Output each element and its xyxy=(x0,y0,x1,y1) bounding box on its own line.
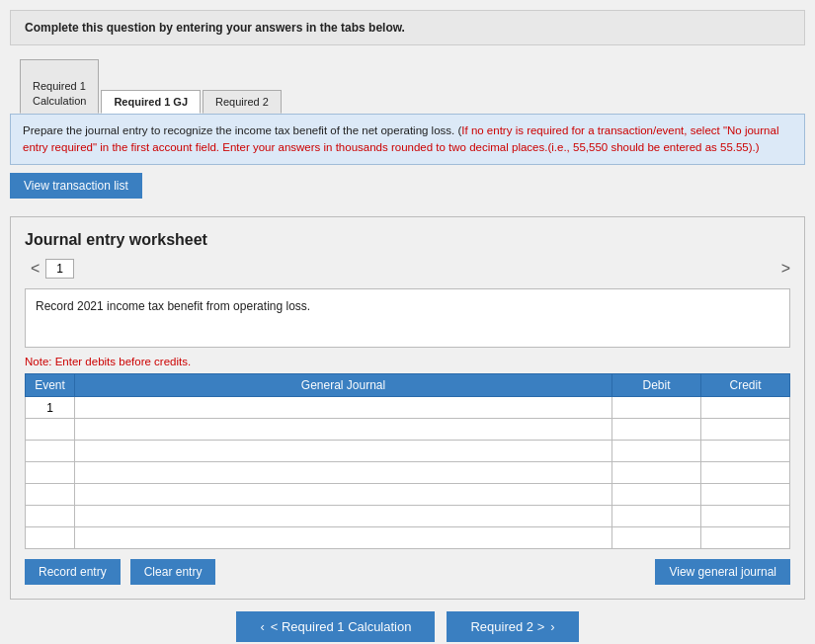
nav-right-arrow[interactable]: > xyxy=(781,260,790,278)
debit-input-4[interactable] xyxy=(618,466,694,480)
credit-cell-3[interactable] xyxy=(701,441,790,462)
instruction-text: Complete this question by entering your … xyxy=(25,21,405,35)
gj-input-3[interactable] xyxy=(81,444,606,458)
event-cell-7 xyxy=(26,527,75,549)
credit-input-5[interactable] xyxy=(707,488,783,502)
view-general-journal-button[interactable]: View general journal xyxy=(655,559,790,585)
gj-cell-6[interactable] xyxy=(75,506,612,527)
debit-input-1[interactable] xyxy=(618,401,694,415)
bottom-buttons: Record entry Clear entry View general jo… xyxy=(25,559,790,585)
table-row xyxy=(26,484,790,506)
footer-nav: ‹ < Required 1 Calculation Required 2 > … xyxy=(10,611,805,642)
table-row xyxy=(26,527,790,549)
tabs-row: Required 1 Calculation Required 1 GJ Req… xyxy=(10,53,805,114)
worksheet-title: Journal entry worksheet xyxy=(25,231,790,249)
nav-number: 1 xyxy=(45,259,74,279)
debit-input-2[interactable] xyxy=(618,423,694,437)
table-row xyxy=(26,419,790,441)
gj-input-2[interactable] xyxy=(81,423,606,437)
table-row xyxy=(26,462,790,484)
nav-row: < 1 > xyxy=(25,259,790,279)
credit-cell-2[interactable] xyxy=(701,419,790,441)
forward-button[interactable]: Required 2 > › xyxy=(447,611,578,642)
col-credit: Credit xyxy=(701,374,790,397)
credit-input-3[interactable] xyxy=(707,444,783,458)
record-entry-button[interactable]: Record entry xyxy=(25,559,121,585)
forward-label: Required 2 > xyxy=(470,619,544,634)
nav-left-arrow[interactable]: < xyxy=(25,260,45,278)
col-debit: Debit xyxy=(612,374,701,397)
note-text: Note: Enter debits before credits. xyxy=(25,356,790,367)
gj-cell-2[interactable] xyxy=(75,419,612,441)
col-gj: General Journal xyxy=(75,374,612,397)
event-cell-6 xyxy=(26,506,75,527)
gj-input-7[interactable] xyxy=(81,531,606,545)
tab-req2[interactable]: Required 2 xyxy=(203,90,282,114)
page-container: Complete this question by entering your … xyxy=(10,10,805,642)
gj-input-6[interactable] xyxy=(81,510,606,523)
debit-cell-4[interactable] xyxy=(612,462,701,484)
credit-input-2[interactable] xyxy=(707,423,783,437)
table-row xyxy=(26,506,790,527)
gj-cell-4[interactable] xyxy=(75,462,612,484)
tab-req1calc[interactable]: Required 1 Calculation xyxy=(20,59,99,114)
event-cell-5 xyxy=(26,484,75,506)
gj-input-5[interactable] xyxy=(81,488,606,502)
back-arrow-icon: ‹ xyxy=(260,619,264,634)
credit-input-1[interactable] xyxy=(707,401,783,415)
table-row: 1 xyxy=(26,397,790,419)
event-cell-4 xyxy=(26,462,75,484)
debit-input-5[interactable] xyxy=(618,488,694,502)
worksheet-container: Journal entry worksheet < 1 > Record 202… xyxy=(10,216,805,600)
debit-cell-3[interactable] xyxy=(612,441,701,462)
view-transaction-button[interactable]: View transaction list xyxy=(10,173,142,199)
description-box: Record 2021 income tax benefit from oper… xyxy=(25,288,790,348)
back-button[interactable]: ‹ < Required 1 Calculation xyxy=(236,611,435,642)
credit-input-7[interactable] xyxy=(707,531,783,545)
credit-input-6[interactable] xyxy=(707,510,783,523)
back-label: < Required 1 Calculation xyxy=(271,619,412,634)
instruction-bar: Complete this question by entering your … xyxy=(10,10,805,45)
debit-cell-1[interactable] xyxy=(612,397,701,419)
debit-cell-2[interactable] xyxy=(612,419,701,441)
table-row xyxy=(26,441,790,462)
col-event: Event xyxy=(26,374,75,397)
credit-cell-5[interactable] xyxy=(701,484,790,506)
credit-cell-6[interactable] xyxy=(701,506,790,527)
debit-cell-5[interactable] xyxy=(612,484,701,506)
gj-cell-7[interactable] xyxy=(75,527,612,549)
info-box: Prepare the journal entry to recognize t… xyxy=(10,114,805,166)
debit-cell-6[interactable] xyxy=(612,506,701,527)
gj-cell-3[interactable] xyxy=(75,441,612,462)
debit-input-7[interactable] xyxy=(618,531,694,545)
credit-cell-7[interactable] xyxy=(701,527,790,549)
gj-cell-1[interactable] xyxy=(75,397,612,419)
gj-input-1[interactable] xyxy=(81,401,606,415)
credit-cell-1[interactable] xyxy=(701,397,790,419)
gj-input-4[interactable] xyxy=(81,466,606,480)
credit-input-4[interactable] xyxy=(707,466,783,480)
event-cell-3 xyxy=(26,441,75,462)
debit-input-3[interactable] xyxy=(618,444,694,458)
gj-cell-5[interactable] xyxy=(75,484,612,506)
tab-req1gj[interactable]: Required 1 GJ xyxy=(101,90,201,114)
debit-cell-7[interactable] xyxy=(612,527,701,549)
journal-table: Event General Journal Debit Credit 1 xyxy=(25,373,790,549)
clear-entry-button[interactable]: Clear entry xyxy=(130,559,216,585)
event-cell-1: 1 xyxy=(26,397,75,419)
event-cell-2 xyxy=(26,419,75,441)
info-normal-1: Prepare the journal entry to recognize t… xyxy=(23,124,461,136)
forward-arrow-icon: › xyxy=(550,619,554,634)
credit-cell-4[interactable] xyxy=(701,462,790,484)
debit-input-6[interactable] xyxy=(618,510,694,523)
